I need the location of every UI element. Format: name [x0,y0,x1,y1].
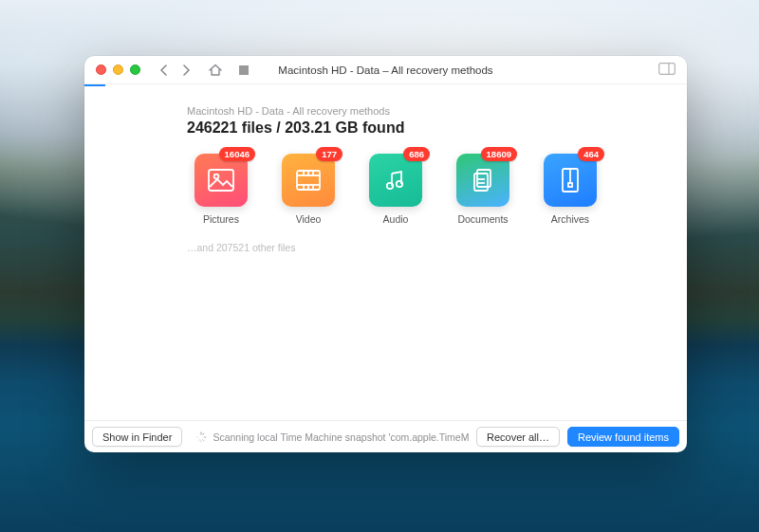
svg-line-26 [203,439,204,441]
close-icon[interactable] [96,64,106,75]
svg-line-28 [198,439,199,441]
svg-rect-2 [209,170,233,191]
panel-toggle-icon[interactable] [658,62,676,79]
maximize-icon[interactable] [130,64,140,75]
badge-count: 18609 [481,147,517,161]
titlebar: Macintosh HD - Data – All recovery metho… [84,56,687,84]
tile-video[interactable]: 177 Video [274,154,342,225]
spinner-icon [195,431,207,443]
category-tiles: 16046 Pictures 177 Video 686 [187,154,664,225]
badge-count: 177 [316,147,342,161]
forward-button[interactable] [176,62,195,79]
badge-count: 16046 [219,147,255,161]
tile-pictures[interactable]: 16046 Pictures [187,154,255,225]
home-button[interactable] [205,62,226,79]
document-icon [456,154,509,207]
status-text: Scanning local Time Machine snapshot 'co… [190,431,469,443]
stop-icon[interactable] [239,65,249,75]
status-message: Scanning local Time Machine snapshot 'co… [213,431,469,443]
tile-label: Audio [383,213,409,225]
svg-rect-22 [568,183,572,187]
picture-icon [194,154,248,207]
footer-bar: Show in Finder Scanning local Time Machi… [84,420,687,452]
show-in-finder-button[interactable]: Show in Finder [92,427,182,447]
back-button[interactable] [154,62,173,79]
svg-point-3 [214,174,219,179]
svg-line-30 [198,433,199,435]
content-area: Macintosh HD - Data - All recovery metho… [84,86,687,420]
audio-icon [369,154,422,207]
tile-documents[interactable]: 18609 Documents [449,154,517,225]
window-controls [84,64,140,75]
svg-rect-16 [477,170,491,187]
scan-summary: 246221 files / 203.21 GB found [187,119,664,137]
review-found-items-button[interactable]: Review found items [567,427,679,447]
tile-audio[interactable]: 686 Audio [361,154,430,225]
tile-label: Documents [457,213,508,225]
badge-count: 686 [403,147,430,161]
recover-all-button[interactable]: Recover all… [476,427,560,447]
other-files-note: …and 207521 other files [187,242,664,253]
minimize-icon[interactable] [113,64,123,75]
archive-icon [544,154,597,207]
svg-line-24 [203,433,204,435]
tile-label: Archives [551,213,589,225]
tile-label: Video [296,213,322,225]
app-window: Macintosh HD - Data – All recovery metho… [84,56,687,452]
badge-count: 464 [578,147,604,161]
breadcrumb: Macintosh HD - Data - All recovery metho… [187,105,664,117]
tile-archives[interactable]: 464 Archives [536,154,604,225]
tile-label: Pictures [203,213,239,225]
desktop-wallpaper: Macintosh HD - Data – All recovery metho… [0,0,759,532]
video-icon [282,154,335,207]
svg-rect-0 [659,63,676,74]
